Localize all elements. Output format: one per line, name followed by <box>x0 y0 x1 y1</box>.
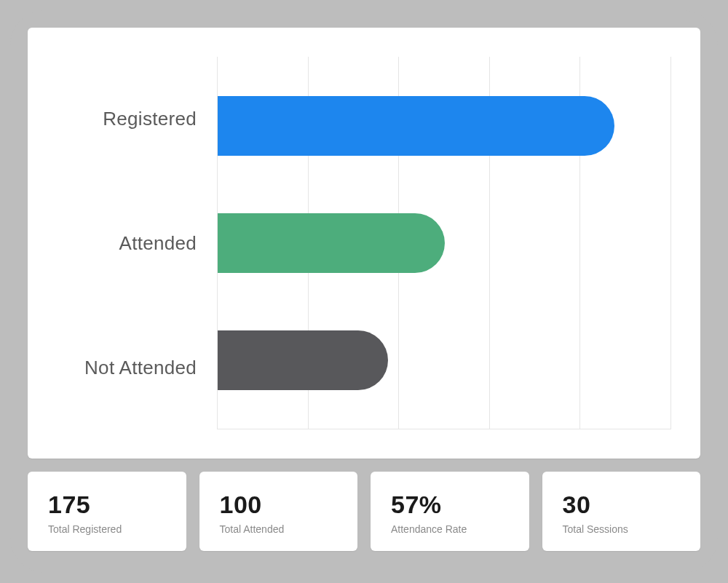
stat-label: Total Attended <box>220 523 338 535</box>
attendance-chart-card: Registered Attended Not Attended <box>28 28 700 459</box>
dashboard-frame: Registered Attended Not Attended 175 Tot… <box>10 10 718 573</box>
stat-value: 57% <box>391 491 509 519</box>
stat-total-attended: 100 Total Attended <box>199 472 358 551</box>
chart-bar <box>218 96 614 156</box>
stat-attendance-rate: 57% Attendance Rate <box>371 472 529 551</box>
chart-label-not-attended: Not Attended <box>71 358 197 377</box>
stat-value: 30 <box>563 491 681 519</box>
chart-category-labels: Registered Attended Not Attended <box>71 57 217 429</box>
stat-value: 100 <box>220 491 338 519</box>
attendance-chart: Registered Attended Not Attended <box>71 57 671 429</box>
stat-total-sessions: 30 Total Sessions <box>542 472 701 551</box>
chart-bar <box>218 213 445 273</box>
stat-label: Attendance Rate <box>391 523 509 535</box>
chart-label-registered: Registered <box>71 109 197 128</box>
chart-bar <box>218 330 388 390</box>
stat-value: 175 <box>48 491 166 519</box>
chart-bars <box>218 57 671 429</box>
stat-label: Total Sessions <box>563 523 681 535</box>
stats-row: 175 Total Registered 100 Total Attended … <box>28 472 700 551</box>
stat-label: Total Registered <box>48 523 166 535</box>
stat-total-registered: 175 Total Registered <box>28 472 186 551</box>
chart-plot-area <box>217 57 671 429</box>
chart-label-attended: Attended <box>71 234 197 253</box>
